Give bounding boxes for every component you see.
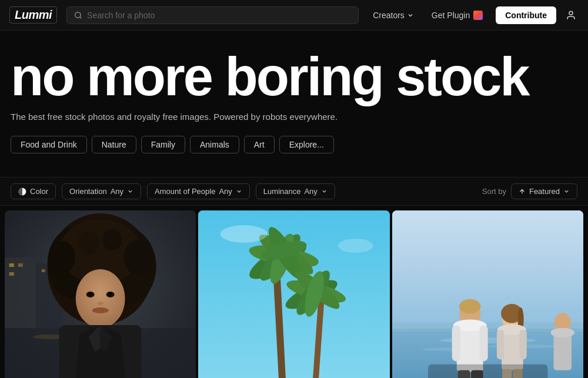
svg-line-1 xyxy=(80,16,82,18)
svg-point-19 xyxy=(49,241,75,274)
svg-point-27 xyxy=(109,292,112,296)
nav-right: Creators Get Plugin Contribute xyxy=(368,6,579,24)
photo-card-2[interactable] xyxy=(198,210,389,378)
svg-rect-11 xyxy=(42,269,45,272)
people-filter-button[interactable]: Amount of People Any xyxy=(147,183,250,199)
hero-title: no more boring stock xyxy=(11,49,577,103)
user-account-button[interactable] xyxy=(563,8,579,23)
logo[interactable]: Lummi xyxy=(9,6,57,24)
search-input[interactable] xyxy=(87,11,351,20)
svg-point-2 xyxy=(569,11,573,15)
category-tag-animals[interactable]: Animals xyxy=(190,136,239,153)
orientation-filter-button[interactable]: Orientation Any xyxy=(62,183,141,199)
sort-label: Sort by xyxy=(482,187,506,196)
sort-button[interactable]: Featured xyxy=(511,183,577,199)
filters-bar: Color Orientation Any Amount of People A… xyxy=(0,177,588,206)
search-icon xyxy=(74,11,82,19)
chevron-down-icon xyxy=(407,12,414,19)
category-tag-family[interactable]: Family xyxy=(141,136,185,153)
svg-rect-10 xyxy=(9,272,14,276)
search-bar xyxy=(66,6,359,24)
photo-2-image xyxy=(198,210,389,378)
navbar: Lummi Creators Get Plugin Contribute xyxy=(0,0,588,31)
photo-card-1[interactable] xyxy=(5,210,196,378)
chevron-down-icon xyxy=(321,188,328,195)
svg-point-20 xyxy=(124,240,153,275)
svg-rect-5 xyxy=(5,257,39,328)
category-tag-food[interactable]: Food and Drink xyxy=(11,136,87,153)
svg-rect-52 xyxy=(392,210,583,329)
category-tag-nature[interactable]: Nature xyxy=(92,136,136,153)
photo-1-image xyxy=(5,210,196,378)
contribute-button[interactable]: Contribute xyxy=(496,6,556,24)
svg-point-22 xyxy=(103,229,122,250)
svg-rect-8 xyxy=(9,263,14,267)
hero-subtitle: The best free stock photos and royalty f… xyxy=(11,112,577,122)
svg-point-21 xyxy=(78,231,99,255)
svg-rect-9 xyxy=(18,263,23,267)
user-icon xyxy=(566,10,576,21)
svg-point-77 xyxy=(550,328,574,337)
photo-grid xyxy=(0,206,588,378)
svg-point-26 xyxy=(89,292,92,296)
color-swatch xyxy=(18,188,26,196)
chevron-down-icon xyxy=(563,188,570,195)
chevron-down-icon xyxy=(236,188,242,195)
svg-rect-71 xyxy=(497,330,504,360)
svg-point-23 xyxy=(76,269,125,328)
chevron-down-icon xyxy=(127,188,133,195)
creators-button[interactable]: Creators xyxy=(368,7,419,24)
svg-point-28 xyxy=(98,302,103,305)
color-filter-button[interactable]: Color xyxy=(11,183,56,199)
photo-card-3[interactable] xyxy=(392,210,583,378)
sort-icon xyxy=(519,188,526,195)
svg-rect-63 xyxy=(479,326,487,362)
svg-point-49 xyxy=(220,225,268,243)
category-tag-art[interactable]: Art xyxy=(244,136,275,153)
get-plugin-button[interactable]: Get Plugin xyxy=(426,7,489,24)
photo-3-image xyxy=(392,210,583,378)
svg-point-29 xyxy=(92,307,109,313)
category-bar: Food and Drink Nature Family Animals Art… xyxy=(11,136,577,153)
luminance-filter-button[interactable]: Luminance Any xyxy=(256,183,335,199)
category-tag-explore[interactable]: Explore... xyxy=(279,136,334,153)
svg-rect-72 xyxy=(519,330,526,360)
svg-point-50 xyxy=(338,239,373,253)
svg-point-0 xyxy=(75,12,81,17)
plugin-icon xyxy=(473,11,483,20)
hero-section: no more boring stock The best free stock… xyxy=(0,31,588,177)
svg-point-59 xyxy=(459,299,481,313)
svg-rect-62 xyxy=(452,326,460,362)
svg-rect-78 xyxy=(428,364,547,378)
sort-section: Sort by Featured xyxy=(482,183,577,199)
